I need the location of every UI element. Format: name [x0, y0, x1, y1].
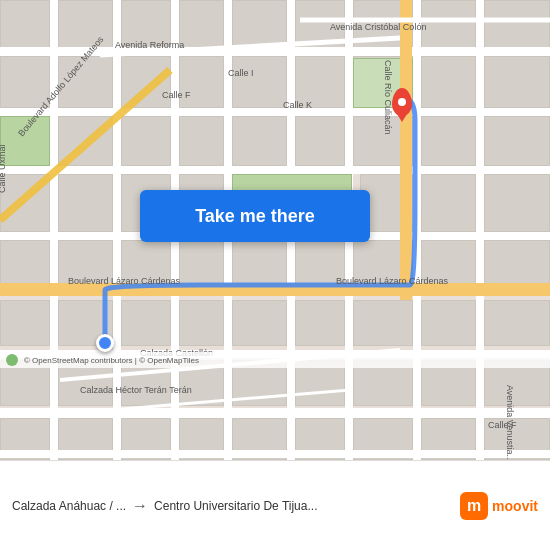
road-label-reforma: Avenida Reforma — [115, 40, 184, 50]
moovit-logo: m moovit — [460, 492, 538, 520]
road-label-uxmal: Calle Uxmal — [0, 144, 7, 193]
bottom-bar: Calzada Anáhuac / ... → Centro Universit… — [0, 460, 550, 550]
origin-pin — [96, 334, 114, 352]
road-label-hector: Calzada Héctor Terán Terán — [80, 385, 192, 395]
take-me-there-button[interactable]: Take me there — [140, 190, 370, 242]
moovit-brand-name: moovit — [492, 498, 538, 514]
road-label-lazaro-left: Boulevard Lázaro Cárdenas — [68, 276, 180, 286]
route-info: Calzada Anáhuac / ... → Centro Universit… — [12, 497, 460, 515]
road-label-calle-f-bottom: Calle F — [488, 420, 517, 430]
road-label-lazaro-right: Boulevard Lázaro Cárdenas — [336, 276, 448, 286]
osm-icon — [6, 354, 18, 366]
moovit-icon: m — [460, 492, 488, 520]
app-container: Avenida Cristóbal Colón Avenida Reforma … — [0, 0, 550, 550]
map-attribution: © OpenStreetMap contributors | © OpenMap… — [0, 352, 550, 368]
destination-pin — [392, 88, 412, 116]
road-label-calle-k: Calle K — [283, 100, 312, 110]
route-to: Centro Universitario De Tijua... — [154, 499, 317, 513]
route-arrow: → — [132, 497, 148, 515]
road-label-colon: Avenida Cristóbal Colón — [330, 22, 426, 32]
road-label-calle-f-top: Calle F — [162, 90, 191, 100]
attribution-text: © OpenStreetMap contributors | © OpenMap… — [24, 356, 199, 365]
route-from: Calzada Anáhuac / ... — [12, 499, 126, 513]
road-label-calle-i: Calle I — [228, 68, 254, 78]
map-area: Avenida Cristóbal Colón Avenida Reforma … — [0, 0, 550, 460]
